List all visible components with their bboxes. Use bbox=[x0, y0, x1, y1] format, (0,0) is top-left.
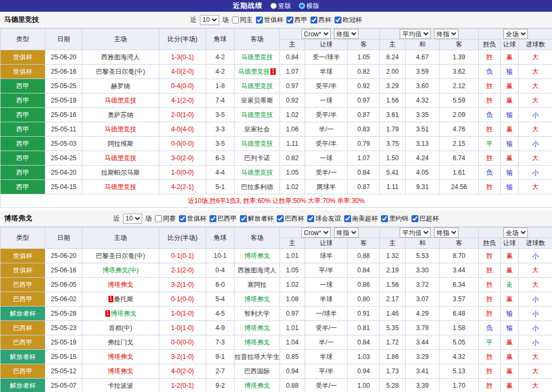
league-filter-checkbox-5-input[interactable] bbox=[344, 215, 351, 222]
home-team[interactable]: 首都(中) bbox=[82, 321, 159, 335]
league-filter-checkbox-1-input[interactable] bbox=[286, 17, 293, 23]
away-team[interactable]: 博塔弗戈 bbox=[235, 249, 280, 263]
home-team[interactable]: 马德里竞技 bbox=[82, 93, 159, 108]
same-filter-checkbox[interactable]: 同主 bbox=[232, 15, 253, 25]
vertical-radio-input[interactable] bbox=[270, 3, 277, 9]
league-filter-checkbox-7[interactable]: 巴超杯 bbox=[411, 214, 439, 223]
away-team[interactable]: 马德里竞技 bbox=[235, 50, 280, 65]
scope-select[interactable]: 全场 bbox=[503, 228, 528, 238]
home-team[interactable]: 卡拉波波 bbox=[82, 379, 159, 392]
same-filter-checkbox[interactable]: 同赛 bbox=[155, 214, 176, 223]
league-filter-checkbox-2-input[interactable] bbox=[310, 17, 317, 23]
score[interactable]: 0-4(0-0) bbox=[159, 79, 206, 93]
league-filter-checkbox-0-input[interactable] bbox=[179, 215, 186, 222]
score[interactable]: 2-0(1-0) bbox=[159, 108, 206, 122]
asian-odds-type-select[interactable]: 终指 bbox=[334, 228, 359, 238]
score[interactable]: 0-1(0-0) bbox=[159, 292, 206, 307]
score[interactable]: 4-1(2-0) bbox=[159, 93, 206, 108]
score[interactable]: 4-0(2-0) bbox=[159, 65, 206, 79]
league-filter-checkbox-5[interactable]: 南美超杯 bbox=[344, 214, 378, 223]
away-team[interactable]: 马德里竞技 bbox=[235, 79, 280, 93]
score[interactable]: 3-0(2-0) bbox=[159, 151, 206, 166]
home-team[interactable]: 马德里竞技 bbox=[82, 122, 159, 137]
score[interactable]: 4-0(2-0) bbox=[159, 364, 206, 379]
league-filter-checkbox-3-input[interactable] bbox=[335, 17, 341, 23]
away-team[interactable]: 巴列卡诺 bbox=[235, 151, 280, 166]
away-team[interactable]: 马德里竞技 bbox=[235, 108, 280, 122]
away-team[interactable]: 巴西国际 bbox=[235, 364, 280, 379]
score[interactable]: 2-1(2-0) bbox=[159, 263, 206, 278]
home-team[interactable]: 西雅图海湾人 bbox=[82, 50, 159, 65]
league-filter-checkbox-0[interactable]: 世俱杯 bbox=[179, 214, 206, 223]
league-filter-checkbox-6[interactable]: 里约锦 bbox=[381, 214, 408, 223]
away-team[interactable]: 西雅图海湾人 bbox=[235, 263, 280, 278]
score[interactable]: 0-1(0-1) bbox=[159, 249, 206, 263]
match-count-select[interactable]: 10 bbox=[123, 214, 142, 224]
league-filter-checkbox-6-input[interactable] bbox=[381, 215, 388, 222]
odds-company-select[interactable]: Crow* bbox=[301, 29, 331, 39]
score[interactable]: 0-0(0-0) bbox=[159, 335, 206, 350]
scope-select[interactable]: 全场 bbox=[503, 29, 528, 39]
home-team[interactable]: 1桑托斯 bbox=[82, 292, 159, 307]
euro-odds-type-select[interactable]: 终指 bbox=[434, 29, 458, 39]
league-filter-checkbox-0-input[interactable] bbox=[256, 17, 263, 23]
away-team[interactable]: 马德里竞技1 bbox=[235, 65, 280, 79]
score[interactable]: 1-2(0-1) bbox=[159, 379, 206, 392]
home-team[interactable]: 马德里竞技 bbox=[82, 180, 159, 194]
score[interactable]: 1-0(0-0) bbox=[159, 166, 206, 180]
league-filter-checkbox-4-input[interactable] bbox=[307, 215, 314, 222]
horizontal-radio-input[interactable] bbox=[299, 3, 305, 9]
away-team[interactable]: 皇家社会 bbox=[235, 122, 280, 137]
away-team[interactable]: 马德里竞技 bbox=[235, 166, 280, 180]
league-filter-checkbox-2[interactable]: 西杯 bbox=[310, 15, 331, 25]
league-filter-checkbox-7-input[interactable] bbox=[411, 215, 418, 222]
away-team[interactable]: 博塔弗戈 bbox=[235, 379, 280, 392]
away-team[interactable]: 马德里竞技 bbox=[235, 137, 280, 151]
home-team[interactable]: 马德里竞技 bbox=[82, 151, 159, 166]
away-team[interactable]: 智利大学 bbox=[235, 307, 280, 321]
score[interactable]: 0-0(0-0) bbox=[159, 137, 206, 151]
score[interactable]: 4-0(4-0) bbox=[159, 122, 206, 137]
home-team[interactable]: 巴黎圣日尔曼(中) bbox=[82, 65, 159, 79]
away-team[interactable]: 塞阿拉 bbox=[235, 278, 280, 292]
away-team[interactable]: 拉普拉塔大学生 bbox=[235, 350, 280, 364]
away-team[interactable]: 皇家贝蒂斯 bbox=[235, 93, 280, 108]
score[interactable]: 3-2(1-0) bbox=[159, 278, 206, 292]
score[interactable]: 1-0(1-0) bbox=[159, 321, 206, 335]
euro-odds-company-select[interactable]: 平均值 bbox=[400, 228, 431, 238]
home-team[interactable]: 拉斯帕尔马斯 bbox=[82, 166, 159, 180]
home-team[interactable]: 奥萨苏纳 bbox=[82, 108, 159, 122]
team-name[interactable]: 博塔弗戈 bbox=[4, 214, 32, 223]
league-filter-checkbox-2-input[interactable] bbox=[240, 215, 247, 222]
league-filter-checkbox-3[interactable]: 欧冠杯 bbox=[335, 15, 362, 25]
layout-radio-vertical[interactable]: 竖版 bbox=[270, 2, 291, 11]
score[interactable]: 1-3(0-1) bbox=[159, 50, 206, 65]
league-filter-checkbox-1[interactable]: 西甲 bbox=[286, 15, 307, 25]
league-filter-checkbox-2[interactable]: 解放者杯 bbox=[240, 214, 274, 223]
league-filter-checkbox-3[interactable]: 巴西杯 bbox=[277, 214, 304, 223]
score[interactable]: 4-2(2-1) bbox=[159, 180, 206, 194]
league-filter-checkbox-1-input[interactable] bbox=[209, 215, 216, 222]
home-team[interactable]: 赫罗纳 bbox=[82, 79, 159, 93]
score[interactable]: 1-0(1-0) bbox=[159, 307, 206, 321]
away-team[interactable]: 博塔弗戈 bbox=[235, 335, 280, 350]
asian-odds-type-select[interactable]: 终指 bbox=[334, 29, 359, 39]
league-filter-checkbox-3-input[interactable] bbox=[277, 215, 284, 222]
euro-odds-type-select[interactable]: 终指 bbox=[434, 228, 458, 238]
score[interactable]: 3-2(1-0) bbox=[159, 350, 206, 364]
home-team[interactable]: 博塔弗戈 bbox=[82, 350, 159, 364]
home-team[interactable]: 博塔弗戈 bbox=[82, 364, 159, 379]
euro-odds-company-select[interactable]: 平均值 bbox=[400, 29, 431, 39]
home-team[interactable]: 博塔弗戈(中) bbox=[82, 263, 159, 278]
team-name[interactable]: 马德里竞技 bbox=[4, 15, 39, 25]
home-team[interactable]: 阿拉维斯 bbox=[82, 137, 159, 151]
home-team[interactable]: 博塔弗戈 bbox=[82, 278, 159, 292]
odds-company-select[interactable]: Crow* bbox=[301, 228, 331, 238]
same-filter-checkbox-input[interactable] bbox=[155, 215, 162, 222]
away-team[interactable]: 博塔弗戈 bbox=[235, 321, 280, 335]
league-filter-checkbox-1[interactable]: 巴西甲 bbox=[209, 214, 237, 223]
league-filter-checkbox-0[interactable]: 世俱杯 bbox=[256, 15, 283, 25]
home-team[interactable]: 弗拉门戈 bbox=[82, 335, 159, 350]
league-filter-checkbox-4[interactable]: 球会友谊 bbox=[307, 214, 341, 223]
home-team[interactable]: 巴黎圣日尔曼(中) bbox=[82, 249, 159, 263]
